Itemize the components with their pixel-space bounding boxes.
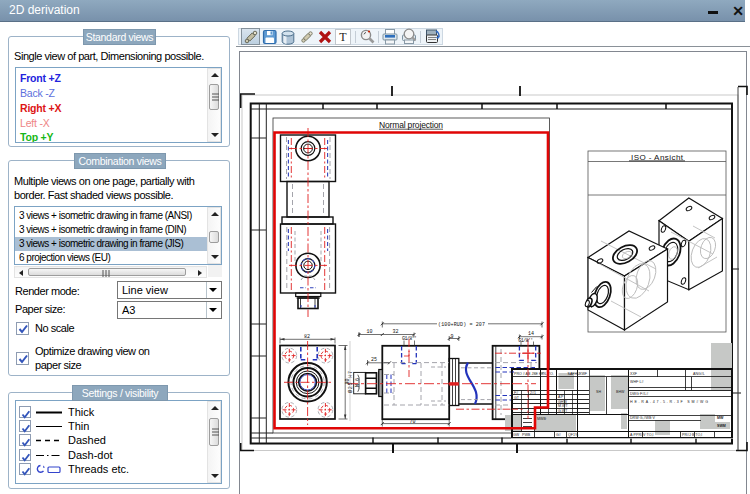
svg-text:25: 25 [371,357,377,363]
svg-text:G1/8'': G1/8'' [518,338,533,344]
svg-text:ANG#L: ANG#L [693,372,705,376]
svg-text:MW: MW [717,416,724,420]
svg-text:A'P: A'P [558,395,564,399]
svg-text:HE.RA.47.5.R.3F SM#WG: HE.RA.47.5.R.3F SM#WG [630,400,708,404]
svg-text:WHF·L#: WHF·L# [630,380,643,384]
svg-text:G#: G# [556,433,561,437]
svg-text:2#1: 2#1 [530,391,536,395]
svg-text:F#: F# [514,391,518,395]
svg-text:10: 10 [367,329,373,335]
svg-text:XXF: XXF [630,372,638,376]
svg-text:QF1%: QF1% [568,433,579,437]
svg-text:M6: M6 [355,378,361,387]
svg-text:DWG·F#L#: DWG·F#L# [630,392,648,396]
svg-text:G1/8'': G1/8'' [402,336,417,342]
svg-text:XWF: XWF [579,372,588,376]
svg-text:SWM: SWM [717,424,726,428]
svg-text:M.WT: M.WT [558,404,568,408]
svg-text:PRO # AB JSE HP: PRO # AB JSE HP [514,372,545,376]
svg-text:GHW: GHW [558,400,567,404]
svg-text:82: 82 [304,334,310,340]
svg-text:PR#J·B TO,l: PR#J·B TO,l [682,433,702,437]
svg-text:DRW·G,#WB·V: DRW·G,#WB·V [630,416,655,420]
svg-text:70: 70 [410,419,416,425]
svg-text:ISO - Ansicht: ISO - Ansicht [631,153,684,162]
svg-text:A·PPR#V·TO,l: A·PPR#V·TO,l [630,433,653,437]
svg-text:SH: SH [596,390,601,394]
svg-text:14: 14 [528,331,534,337]
svg-text:MWB·: MWB· [537,417,547,421]
svg-text:9: 9 [451,334,454,340]
svg-text:32: 32 [393,329,399,335]
svg-text:BHW: BHW [616,390,625,394]
svg-text:GW: GW [513,433,520,437]
svg-text:Ø25 H7: Ø25 H7 [347,371,354,393]
svg-text:(100+RUD) = 207: (100+RUD) = 207 [438,322,485,328]
svg-text:PWB: PWB [522,433,531,437]
svg-text:G.WT: G.WT [558,409,568,413]
svg-text:T: T [339,30,347,44]
svg-text:GT: GT [514,396,520,400]
svg-text:Normal projection: Normal projection [379,120,443,130]
